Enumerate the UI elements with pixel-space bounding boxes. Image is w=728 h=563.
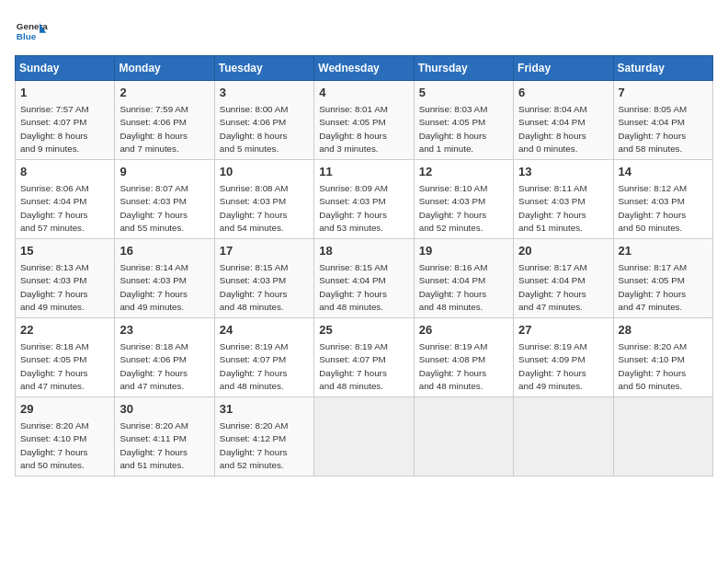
day-info: Sunrise: 8:12 AM Sunset: 4:03 PM Dayligh… bbox=[619, 182, 708, 235]
day-info: Sunrise: 8:20 AM Sunset: 4:11 PM Dayligh… bbox=[119, 419, 209, 472]
day-cell: 28Sunrise: 8:20 AM Sunset: 4:10 PM Dayli… bbox=[613, 318, 712, 397]
day-info: Sunrise: 8:20 AM Sunset: 4:10 PM Dayligh… bbox=[20, 419, 109, 472]
day-info: Sunrise: 8:10 AM Sunset: 4:03 PM Dayligh… bbox=[419, 182, 508, 235]
day-number: 15 bbox=[20, 243, 109, 259]
day-info: Sunrise: 8:14 AM Sunset: 4:03 PM Dayligh… bbox=[119, 261, 209, 314]
day-number: 12 bbox=[419, 164, 508, 180]
svg-text:Blue: Blue bbox=[17, 31, 37, 41]
day-number: 29 bbox=[20, 401, 109, 418]
logo: General Blue bbox=[15, 15, 48, 48]
col-header-friday: Friday bbox=[514, 56, 613, 81]
col-header-wednesday: Wednesday bbox=[314, 56, 414, 81]
day-info: Sunrise: 8:19 AM Sunset: 4:09 PM Dayligh… bbox=[518, 340, 608, 393]
day-number: 27 bbox=[518, 322, 608, 339]
week-row-2: 8Sunrise: 8:06 AM Sunset: 4:04 PM Daylig… bbox=[16, 160, 713, 239]
day-info: Sunrise: 8:17 AM Sunset: 4:04 PM Dayligh… bbox=[518, 261, 608, 314]
day-cell: 13Sunrise: 8:11 AM Sunset: 4:03 PM Dayli… bbox=[514, 160, 613, 239]
col-header-saturday: Saturday bbox=[613, 56, 712, 81]
day-number: 10 bbox=[220, 164, 309, 180]
day-cell: 12Sunrise: 8:10 AM Sunset: 4:03 PM Dayli… bbox=[414, 160, 513, 239]
day-cell: 19Sunrise: 8:16 AM Sunset: 4:04 PM Dayli… bbox=[414, 239, 513, 318]
day-cell bbox=[414, 397, 513, 477]
day-info: Sunrise: 8:17 AM Sunset: 4:05 PM Dayligh… bbox=[619, 261, 708, 314]
day-cell: 20Sunrise: 8:17 AM Sunset: 4:04 PM Dayli… bbox=[514, 239, 613, 318]
day-cell: 18Sunrise: 8:15 AM Sunset: 4:04 PM Dayli… bbox=[314, 239, 414, 318]
day-cell: 3Sunrise: 8:00 AM Sunset: 4:06 PM Daylig… bbox=[214, 81, 313, 160]
day-number: 17 bbox=[220, 243, 309, 259]
day-info: Sunrise: 8:11 AM Sunset: 4:03 PM Dayligh… bbox=[518, 182, 608, 235]
day-info: Sunrise: 8:08 AM Sunset: 4:03 PM Dayligh… bbox=[220, 182, 309, 235]
day-cell: 31Sunrise: 8:20 AM Sunset: 4:12 PM Dayli… bbox=[214, 397, 313, 477]
day-number: 23 bbox=[119, 322, 209, 339]
day-info: Sunrise: 8:06 AM Sunset: 4:04 PM Dayligh… bbox=[20, 182, 109, 235]
day-info: Sunrise: 8:05 AM Sunset: 4:04 PM Dayligh… bbox=[619, 103, 708, 155]
day-cell: 5Sunrise: 8:03 AM Sunset: 4:05 PM Daylig… bbox=[414, 81, 513, 160]
day-number: 2 bbox=[119, 85, 209, 101]
day-info: Sunrise: 8:20 AM Sunset: 4:10 PM Dayligh… bbox=[619, 340, 708, 393]
day-cell: 29Sunrise: 8:20 AM Sunset: 4:10 PM Dayli… bbox=[16, 397, 115, 477]
day-number: 4 bbox=[319, 85, 408, 101]
day-info: Sunrise: 8:19 AM Sunset: 4:08 PM Dayligh… bbox=[419, 340, 508, 393]
day-number: 7 bbox=[619, 85, 708, 101]
day-number: 9 bbox=[119, 164, 209, 180]
day-number: 6 bbox=[518, 85, 608, 101]
day-number: 28 bbox=[619, 322, 708, 339]
day-cell: 6Sunrise: 8:04 AM Sunset: 4:04 PM Daylig… bbox=[514, 81, 613, 160]
day-number: 3 bbox=[220, 85, 309, 101]
day-cell: 8Sunrise: 8:06 AM Sunset: 4:04 PM Daylig… bbox=[16, 160, 115, 239]
day-cell: 9Sunrise: 8:07 AM Sunset: 4:03 PM Daylig… bbox=[115, 160, 214, 239]
day-info: Sunrise: 7:57 AM Sunset: 4:07 PM Dayligh… bbox=[20, 103, 109, 155]
day-number: 31 bbox=[220, 401, 309, 418]
day-cell: 17Sunrise: 8:15 AM Sunset: 4:03 PM Dayli… bbox=[214, 239, 313, 318]
day-cell: 21Sunrise: 8:17 AM Sunset: 4:05 PM Dayli… bbox=[613, 239, 712, 318]
day-info: Sunrise: 8:19 AM Sunset: 4:07 PM Dayligh… bbox=[220, 340, 309, 393]
day-cell bbox=[314, 397, 414, 477]
day-number: 16 bbox=[119, 243, 209, 259]
page-header: General Blue bbox=[15, 15, 713, 48]
day-cell: 30Sunrise: 8:20 AM Sunset: 4:11 PM Dayli… bbox=[115, 397, 214, 477]
day-number: 30 bbox=[119, 401, 209, 418]
col-header-tuesday: Tuesday bbox=[214, 56, 313, 81]
day-info: Sunrise: 8:04 AM Sunset: 4:04 PM Dayligh… bbox=[518, 103, 608, 155]
day-cell: 10Sunrise: 8:08 AM Sunset: 4:03 PM Dayli… bbox=[214, 160, 313, 239]
day-number: 14 bbox=[619, 164, 708, 180]
day-info: Sunrise: 8:01 AM Sunset: 4:05 PM Dayligh… bbox=[319, 103, 408, 155]
day-number: 24 bbox=[220, 322, 309, 339]
day-info: Sunrise: 8:09 AM Sunset: 4:03 PM Dayligh… bbox=[319, 182, 408, 235]
col-header-monday: Monday bbox=[115, 56, 214, 81]
calendar-body: 1Sunrise: 7:57 AM Sunset: 4:07 PM Daylig… bbox=[16, 81, 713, 477]
calendar-table: SundayMondayTuesdayWednesdayThursdayFrid… bbox=[15, 55, 713, 477]
day-number: 21 bbox=[619, 243, 708, 259]
day-info: Sunrise: 8:18 AM Sunset: 4:05 PM Dayligh… bbox=[20, 340, 109, 393]
day-number: 20 bbox=[518, 243, 608, 259]
day-number: 19 bbox=[419, 243, 508, 259]
day-cell: 24Sunrise: 8:19 AM Sunset: 4:07 PM Dayli… bbox=[214, 318, 313, 397]
day-number: 11 bbox=[319, 164, 408, 180]
week-row-3: 15Sunrise: 8:13 AM Sunset: 4:03 PM Dayli… bbox=[16, 239, 713, 318]
day-info: Sunrise: 7:59 AM Sunset: 4:06 PM Dayligh… bbox=[119, 103, 209, 155]
day-info: Sunrise: 8:18 AM Sunset: 4:06 PM Dayligh… bbox=[119, 340, 209, 393]
day-info: Sunrise: 8:00 AM Sunset: 4:06 PM Dayligh… bbox=[220, 103, 309, 155]
day-info: Sunrise: 8:15 AM Sunset: 4:03 PM Dayligh… bbox=[220, 261, 309, 314]
day-cell: 7Sunrise: 8:05 AM Sunset: 4:04 PM Daylig… bbox=[613, 81, 712, 160]
day-number: 25 bbox=[319, 322, 408, 339]
day-cell: 4Sunrise: 8:01 AM Sunset: 4:05 PM Daylig… bbox=[314, 81, 414, 160]
day-cell: 1Sunrise: 7:57 AM Sunset: 4:07 PM Daylig… bbox=[16, 81, 115, 160]
day-info: Sunrise: 8:19 AM Sunset: 4:07 PM Dayligh… bbox=[319, 340, 408, 393]
week-row-1: 1Sunrise: 7:57 AM Sunset: 4:07 PM Daylig… bbox=[16, 81, 713, 160]
day-cell: 14Sunrise: 8:12 AM Sunset: 4:03 PM Dayli… bbox=[613, 160, 712, 239]
day-cell: 22Sunrise: 8:18 AM Sunset: 4:05 PM Dayli… bbox=[16, 318, 115, 397]
day-cell bbox=[514, 397, 613, 477]
day-number: 8 bbox=[20, 164, 109, 180]
day-cell: 26Sunrise: 8:19 AM Sunset: 4:08 PM Dayli… bbox=[414, 318, 513, 397]
week-row-5: 29Sunrise: 8:20 AM Sunset: 4:10 PM Dayli… bbox=[16, 397, 713, 477]
day-info: Sunrise: 8:03 AM Sunset: 4:05 PM Dayligh… bbox=[419, 103, 508, 155]
day-number: 18 bbox=[319, 243, 408, 259]
day-cell: 27Sunrise: 8:19 AM Sunset: 4:09 PM Dayli… bbox=[514, 318, 613, 397]
day-info: Sunrise: 8:07 AM Sunset: 4:03 PM Dayligh… bbox=[119, 182, 209, 235]
col-header-thursday: Thursday bbox=[414, 56, 513, 81]
day-cell: 2Sunrise: 7:59 AM Sunset: 4:06 PM Daylig… bbox=[115, 81, 214, 160]
week-row-4: 22Sunrise: 8:18 AM Sunset: 4:05 PM Dayli… bbox=[16, 318, 713, 397]
day-cell: 16Sunrise: 8:14 AM Sunset: 4:03 PM Dayli… bbox=[115, 239, 214, 318]
day-info: Sunrise: 8:15 AM Sunset: 4:04 PM Dayligh… bbox=[319, 261, 408, 314]
